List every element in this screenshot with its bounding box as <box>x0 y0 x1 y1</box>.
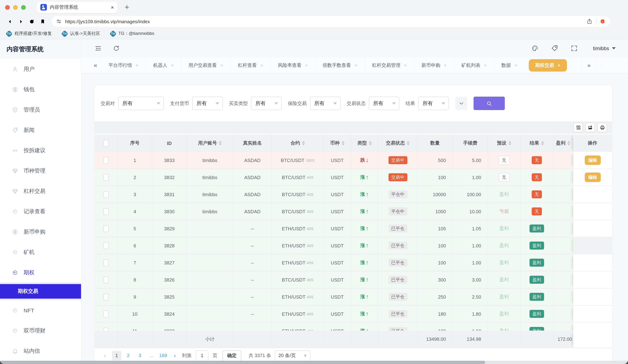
columns-layout-icon[interactable] <box>573 123 583 132</box>
page-tab[interactable]: 机器人× <box>146 57 181 73</box>
sort-icon[interactable] <box>341 141 344 145</box>
tabs-scroll-left-icon[interactable]: « <box>89 62 101 69</box>
sidebar-item[interactable]: NFT <box>0 300 81 320</box>
fullscreen-icon[interactable] <box>570 45 578 52</box>
sidebar-item[interactable]: 投拆建议 <box>0 140 81 160</box>
print-icon[interactable] <box>598 123 607 132</box>
pagination-page-current[interactable]: 1 <box>112 351 121 360</box>
bookmark-item[interactable]: TmTG：@tianmeibbs <box>110 30 154 37</box>
sort-icon[interactable] <box>219 141 222 145</box>
filter-select[interactable]: 所有 <box>369 97 399 110</box>
filter-select[interactable]: 所有 <box>251 97 282 110</box>
page-tab[interactable]: 平台币行情× <box>101 57 146 73</box>
row-checkbox[interactable] <box>103 208 109 215</box>
page-tab[interactable]: 用户交易查看× <box>181 57 230 73</box>
table-header-cell[interactable]: 类型 <box>351 134 378 152</box>
scrollbar-thumb[interactable] <box>0 361 485 364</box>
page-tab[interactable]: 风险率查看× <box>270 57 315 73</box>
search-button[interactable] <box>473 97 505 110</box>
tab-close-icon[interactable]: × <box>260 63 263 68</box>
row-checkbox[interactable] <box>103 276 109 283</box>
sidebar-item[interactable]: 用户 <box>0 59 81 79</box>
table-header-cell[interactable]: 预设 <box>488 134 520 152</box>
table-header-cell[interactable]: 币种 <box>324 134 351 152</box>
back-icon[interactable] <box>4 16 15 27</box>
tab-close-icon[interactable]: × <box>514 63 517 68</box>
sort-icon[interactable] <box>407 141 410 145</box>
page-size-select[interactable]: 20 条/页∨ <box>275 350 310 361</box>
tab-close-icon[interactable]: × <box>111 4 114 10</box>
sort-icon[interactable] <box>567 141 570 145</box>
new-tab-button[interactable]: + <box>125 3 129 12</box>
tab-close-icon[interactable]: × <box>355 63 357 68</box>
row-checkbox[interactable] <box>103 310 109 317</box>
browser-tab[interactable]: 内容管理系统 × <box>37 2 117 13</box>
row-checkbox[interactable] <box>103 157 109 164</box>
refresh-page-icon[interactable] <box>113 45 120 52</box>
collapse-sidebar-icon[interactable] <box>94 45 102 52</box>
menu-icon[interactable] <box>613 16 624 27</box>
tab-close-icon[interactable]: × <box>558 63 560 68</box>
pagination-prev-icon[interactable]: ‹ <box>100 351 110 360</box>
row-checkbox[interactable] <box>103 225 109 232</box>
close-window-button[interactable] <box>5 5 10 10</box>
reload-icon[interactable] <box>26 16 37 27</box>
tab-close-icon[interactable]: × <box>220 63 223 68</box>
filter-expand-button[interactable] <box>455 97 467 110</box>
tabs-scroll-right-icon[interactable]: » <box>581 57 595 73</box>
sidebar-item[interactable]: 记录查看 <box>0 201 81 221</box>
tab-close-icon[interactable]: × <box>444 63 447 68</box>
page-tab[interactable]: 杠杆交易管理× <box>364 57 414 73</box>
sidebar-item[interactable]: 矿机 <box>0 242 81 262</box>
row-checkbox[interactable] <box>103 259 109 266</box>
tabs-menu-icon[interactable] <box>595 57 618 73</box>
filter-select[interactable]: 所有 <box>310 97 340 110</box>
table-header-cell[interactable]: 交易状态 <box>378 134 418 152</box>
row-checkbox[interactable] <box>103 242 109 249</box>
page-tab[interactable]: 杠杆查看× <box>230 57 270 73</box>
sidebar-subitem-active[interactable]: 期权交易 <box>0 284 81 299</box>
tab-close-icon[interactable]: × <box>136 63 138 68</box>
sort-icon[interactable] <box>508 141 511 145</box>
forward-icon[interactable] <box>15 16 26 27</box>
sidebar-item[interactable]: 管理员 <box>0 100 81 120</box>
row-checkbox[interactable] <box>103 293 109 300</box>
table-header-cell[interactable]: 用户账号 <box>187 134 233 152</box>
goto-page-input[interactable]: 1 <box>196 350 208 361</box>
table-header-cell[interactable]: 合约 <box>272 134 324 152</box>
filter-select[interactable]: 所有 <box>418 97 449 110</box>
edit-button[interactable]: 编辑 <box>585 173 601 182</box>
zoom-window-button[interactable] <box>21 5 26 10</box>
tab-close-icon[interactable]: × <box>484 63 486 68</box>
tag-tool-icon[interactable] <box>551 45 558 52</box>
page-tab[interactable]: 数据× <box>494 57 524 73</box>
pagination-page[interactable]: 3 <box>135 351 145 360</box>
bookmark-item[interactable]: Tm程序搭建/开发/修复 <box>6 30 52 37</box>
share-icon[interactable] <box>586 18 593 25</box>
sort-icon[interactable] <box>302 141 305 145</box>
sidebar-item[interactable]: 杠杆交易 <box>0 181 81 201</box>
tab-close-icon[interactable]: × <box>305 63 308 68</box>
filter-select[interactable]: 所有 <box>118 97 164 110</box>
sidebar-item[interactable]: 双币理财 <box>0 320 81 341</box>
url-bar[interactable]: https://jys109.timibbs.vip/manages/index <box>52 16 610 27</box>
export-icon[interactable] <box>585 123 595 132</box>
sidebar-item[interactable]: 新币申购 <box>0 221 81 242</box>
row-checkbox[interactable] <box>103 174 109 181</box>
theme-palette-icon[interactable] <box>531 45 539 52</box>
sidebar-item[interactable]: 钱包 <box>0 79 81 100</box>
pagination-next-icon[interactable]: › <box>170 351 179 360</box>
sidebar-item[interactable]: 期权 <box>0 262 81 283</box>
confirm-button[interactable]: 确定 <box>222 350 241 361</box>
page-tab[interactable]: 倍数手数查看× <box>315 57 364 73</box>
sort-icon[interactable] <box>541 141 544 145</box>
sort-icon[interactable] <box>369 141 372 145</box>
pagination-page[interactable]: 169 <box>158 351 168 360</box>
page-tab[interactable]: 矿机列表× <box>454 57 494 73</box>
bookmark-icon[interactable] <box>37 16 48 27</box>
table-header-cell[interactable]: 盈利 <box>553 134 573 152</box>
table-header-cell[interactable]: 结果 <box>520 134 553 152</box>
row-checkbox[interactable] <box>103 191 109 198</box>
pagination-page[interactable]: 2 <box>124 351 133 360</box>
sidebar-item[interactable]: 新闻 <box>0 120 81 140</box>
